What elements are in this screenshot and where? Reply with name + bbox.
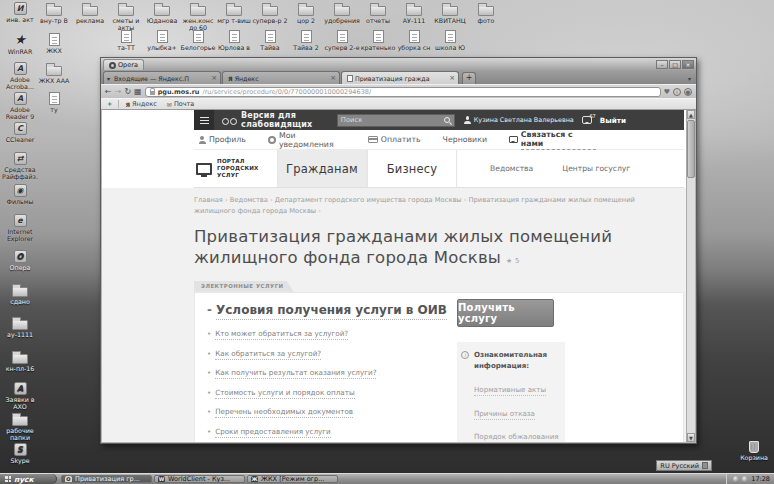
tab-stack-caret-icon[interactable]: ▾ [107,75,110,82]
condition-link[interactable]: Как получить результат оказания услуги? [215,368,376,379]
tab-close-icon[interactable]: × [211,74,217,82]
tray-shield-icon[interactable] [742,476,748,482]
desktop-icon[interactable]: цор 2 [288,2,324,24]
user-name[interactable]: Кузина Светлана Валерьевна [474,116,574,124]
desktop-icon[interactable]: Белогорье [180,30,216,51]
desktop-icon[interactable]: ту [36,92,72,113]
close-button[interactable]: × [682,60,694,69]
desktop-icon[interactable]: И инв. акт [2,2,38,23]
desktop-icon[interactable]: удобрения [324,2,360,24]
desktop-icon[interactable]: ★ WinRAR [2,33,38,55]
notifications-icon[interactable]: 67 [582,116,592,124]
portal-nav-tab[interactable]: Гражданам [277,150,367,187]
breadcrumb-item[interactable]: Главная [194,196,230,204]
desktop-icon[interactable]: ау-1111 [2,316,38,338]
back-button[interactable]: ← [105,88,112,96]
condition-link[interactable]: Кто может обратиться за услугой? [215,329,348,340]
scrollbar-vertical[interactable]: ▲ ▼ [686,110,695,442]
desktop-icon[interactable]: C CCleaner [2,122,38,143]
minimize-button[interactable]: – [656,60,668,69]
forward-button[interactable]: → [115,88,122,96]
bookmark-heart-icon[interactable]: ♥ [664,88,670,96]
taskbar-task[interactable]: Приватизация гр... [61,475,152,483]
panels-button[interactable]: ▦ [134,88,142,96]
menu-item[interactable]: Черновики [443,131,487,149]
desktop-icon[interactable]: e Internet Explorer [2,214,38,242]
browser-tab[interactable]: Я Яндекс × [222,71,340,84]
desktop-icon[interactable]: мгр т-виш [216,2,252,24]
start-button[interactable]: пуск [0,474,57,484]
browser-tab[interactable]: Приватизация гражда × [341,71,459,84]
condition-link[interactable]: Сроки предоставления услуги [215,427,331,438]
language-options-icon[interactable] [702,462,708,469]
menu-button[interactable] [194,110,214,130]
breadcrumb-item[interactable]: Департамент городского имущества города … [275,196,469,204]
desktop-icon[interactable]: кн-пл-16 [2,350,38,372]
logout-link[interactable]: Выйти [600,116,626,125]
scroll-up-icon[interactable]: ▲ [687,110,695,119]
info-link[interactable]: Порядок обжалования [474,432,559,442]
desktop-icon[interactable]: Юрлова в [216,30,252,51]
desktop-icon[interactable]: S Skype [2,443,38,464]
menu-item[interactable]: Профиль [198,131,246,149]
desktop-icon[interactable]: фото [468,2,504,24]
tab-menu-icon[interactable]: ▾ [688,75,694,84]
desktop-icon[interactable]: КВИТАНЦ [432,2,468,24]
desktop-icon[interactable]: рабочие папки [2,412,38,441]
collapse-icon[interactable]: - [207,303,212,317]
tab-close-icon[interactable]: × [449,74,455,82]
taskbar-task[interactable]: ЖКХ [Режим огр... [247,475,338,483]
menu-item[interactable]: Мои уведомления [268,131,346,149]
desktop-icon[interactable]: A Заявки в АХО [2,382,38,410]
scroll-down-icon[interactable]: ▼ [687,433,695,442]
portal-header-link[interactable]: Ведомства [479,164,533,173]
bookmark-item[interactable]: Я Яндекс [125,100,156,108]
desktop-icon[interactable]: ЖКХ [36,33,72,54]
bookmark-item[interactable]: ✉ Почта [167,100,195,108]
portal-nav-tab[interactable]: Бизнесу [367,150,457,187]
url-field[interactable]: pgu.mos.ru/ru/services/procedure/0/0/770… [145,87,661,97]
search-icon[interactable] [444,117,450,123]
desktop-icon[interactable]: жен.конс до 60 [180,2,216,31]
info-link[interactable]: Нормативные акты [474,385,546,396]
tray-volume-icon[interactable] [733,476,739,482]
desktop-icon[interactable]: отчеты [360,2,396,24]
desktop-icon[interactable]: сметы и акты [108,2,144,31]
tab-electronic-services[interactable]: ЭЛЕКТРОННЫЕ УСЛУГИ [194,281,294,292]
portal-logo[interactable]: ПОРТАЛ ГОРОДСКИХ УСЛУГ [194,150,277,187]
desktop-icon[interactable]: улыбка+ [144,30,180,51]
desktop-icon[interactable]: суперв 2-е [324,30,360,51]
desktop-icon[interactable]: Корзина [736,441,772,461]
desktop-icon[interactable]: сдано [2,283,38,305]
portal-header-link[interactable]: Центры госуслуг [551,164,630,173]
account-icon[interactable]: ● [684,88,692,96]
desktop-icon[interactable]: Тайва [252,30,288,51]
desktop-icon[interactable]: A Adobe Acroba... [2,62,38,90]
clock[interactable]: 17:28 [751,475,770,483]
desktop-icon[interactable]: O Опера [2,250,38,271]
page-info-icon[interactable]: i [673,88,681,96]
menu-item[interactable]: Оплатить [368,131,421,149]
desktop-icon[interactable]: суперв-р 2 [252,2,288,24]
taskbar-task[interactable]: WorldClient - Куз... [154,475,245,483]
desktop-icon[interactable]: ⇄ Средства Райффайз... [2,152,38,188]
maximize-button[interactable]: □ [669,60,681,69]
condition-link[interactable]: Стоимость услуги и порядок оплаты [215,388,354,399]
scroll-thumb[interactable] [687,120,695,178]
condition-link[interactable]: Как обратиться за услугой? [215,349,321,360]
desktop-icon[interactable]: Юданова [144,2,180,24]
desktop-icon[interactable]: кратенько [360,30,396,51]
language-bar[interactable]: RU Русский [656,460,712,471]
desktop-icon[interactable]: ◉ Фильмы [2,184,38,205]
desktop-icon[interactable]: АУ-111 [396,2,432,24]
reload-button[interactable]: ↻ [124,88,131,96]
add-bookmark-button[interactable]: + [107,100,112,108]
desktop-icon[interactable]: та-ТТ [108,30,144,51]
desktop-icon[interactable]: школа Ю [432,30,468,51]
breadcrumb-item[interactable]: Ведомства [230,196,275,204]
window-titlebar[interactable]: Opera – □ × [101,58,696,70]
accessibility-link[interactable]: Версия для слабовидящих [241,111,323,129]
contact-us-link[interactable]: Связаться с нами [509,130,596,150]
browser-tab[interactable]: ▾ Входящие — Яндекс.П × [103,71,221,84]
info-link[interactable]: Причины отказа [474,409,535,420]
